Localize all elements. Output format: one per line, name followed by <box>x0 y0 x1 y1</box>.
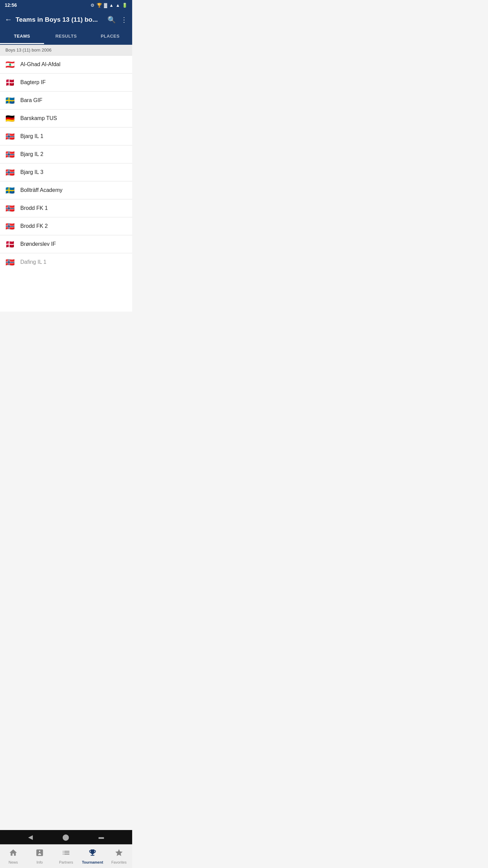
flag-icon-no-4: 🇳🇴 <box>5 205 16 212</box>
flag-icon-de: 🇩🇪 <box>5 115 16 122</box>
back-button[interactable]: ← <box>5 15 12 24</box>
flag-icon-dk: 🇩🇰 <box>5 79 16 86</box>
list-item[interactable]: 🇸🇪 Bollträff Academy <box>0 181 132 199</box>
settings-icon: ⚙ <box>90 3 95 8</box>
team-name: Al-Ghad Al-Afdal <box>20 61 60 67</box>
list-item[interactable]: 🇳🇴 Brodd FK 1 <box>0 199 132 217</box>
battery-icon: 🔋 <box>122 3 127 8</box>
clipboard-icon: ▓ <box>104 3 107 8</box>
list-item[interactable]: 🇳🇴 Bjarg IL 3 <box>0 163 132 181</box>
team-name: Bjarg IL 2 <box>20 151 43 157</box>
signal-icon: ▲ <box>116 3 120 8</box>
tab-bar: TEAMS RESULTS PLACES <box>0 29 132 45</box>
status-bar: 12:56 ⚙ 🏆 ▓ ▲ ▲ 🔋 <box>0 0 132 10</box>
app-bar-actions: 🔍 ⋮ <box>107 16 127 24</box>
flag-icon-se-2: 🇸🇪 <box>5 187 16 194</box>
team-name: Brodd FK 2 <box>20 223 48 229</box>
team-name: Brønderslev IF <box>20 241 56 247</box>
app-bar: ← Teams in Boys 13 (11) bo... 🔍 ⋮ <box>0 10 132 29</box>
team-name: Dafing IL 1 <box>20 259 46 265</box>
flag-icon-no-5: 🇳🇴 <box>5 223 16 230</box>
list-item[interactable]: 🇳🇴 Bjarg IL 1 <box>0 127 132 145</box>
team-name: Bara GIF <box>20 97 42 103</box>
team-list: 🇱🇧 Al-Ghad Al-Afdal 🇩🇰 Bagterp IF 🇸🇪 Bar… <box>0 56 132 312</box>
flag-icon-no-2: 🇳🇴 <box>5 151 16 158</box>
tab-teams[interactable]: TEAMS <box>0 29 44 44</box>
team-name: Bollträff Academy <box>20 187 62 193</box>
flag-icon-no-3: 🇳🇴 <box>5 169 16 176</box>
tab-results[interactable]: RESULTS <box>44 29 88 44</box>
team-name: Bjarg IL 3 <box>20 169 43 175</box>
status-time: 12:56 <box>5 2 17 8</box>
flag-icon-no-6: 🇳🇴 <box>5 259 16 265</box>
section-header: Boys 13 (11) born 2006 <box>0 45 132 56</box>
trophy-status-icon: 🏆 <box>97 3 102 8</box>
list-item[interactable]: 🇩🇰 Bagterp IF <box>0 74 132 92</box>
flag-icon-dk-2: 🇩🇰 <box>5 241 16 248</box>
search-button[interactable]: 🔍 <box>107 16 116 24</box>
more-button[interactable]: ⋮ <box>121 16 127 24</box>
list-item[interactable]: 🇸🇪 Bara GIF <box>0 92 132 110</box>
list-item[interactable]: 🇩🇪 Barskamp TUS <box>0 110 132 127</box>
team-name: Barskamp TUS <box>20 115 57 121</box>
flag-icon-se: 🇸🇪 <box>5 97 16 104</box>
flag-icon-lb: 🇱🇧 <box>5 61 16 68</box>
status-icons: ⚙ 🏆 ▓ ▲ ▲ 🔋 <box>90 3 127 8</box>
list-item[interactable]: 🇱🇧 Al-Ghad Al-Afdal <box>0 56 132 74</box>
wifi-icon: ▲ <box>109 3 114 8</box>
list-item[interactable]: 🇩🇰 Brønderslev IF <box>0 235 132 253</box>
team-name: Bagterp IF <box>20 79 46 85</box>
flag-icon-no-1: 🇳🇴 <box>5 133 16 140</box>
list-item[interactable]: 🇳🇴 Bjarg IL 2 <box>0 145 132 163</box>
list-item[interactable]: 🇳🇴 Dafing IL 1 <box>0 253 132 271</box>
list-item[interactable]: 🇳🇴 Brodd FK 2 <box>0 217 132 235</box>
team-name: Bjarg IL 1 <box>20 133 43 139</box>
page-title: Teams in Boys 13 (11) bo... <box>16 16 104 23</box>
team-name: Brodd FK 1 <box>20 205 48 211</box>
tab-places[interactable]: PLACES <box>88 29 132 44</box>
